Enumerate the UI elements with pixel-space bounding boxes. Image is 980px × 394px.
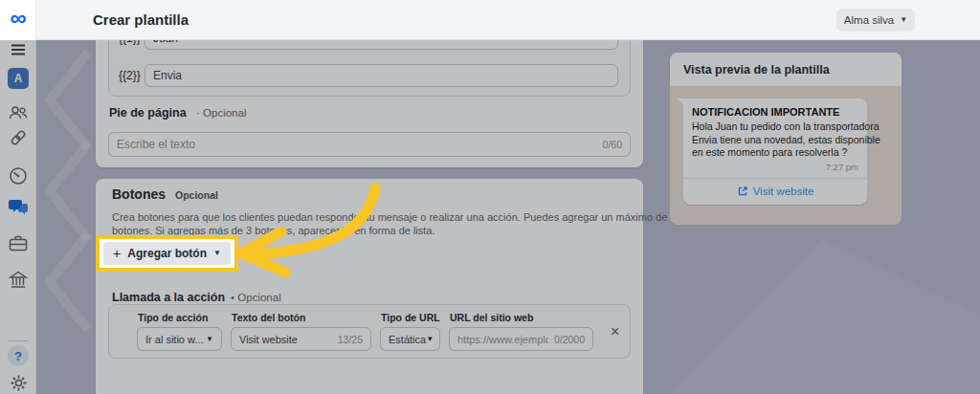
- top-header: Crear plantilla Alma silva ▼: [0, 0, 980, 40]
- crear-plantilla-page: {{1}} {{2}} Pie de página · Opcional 0/6…: [0, 0, 980, 394]
- dim-overlay-left: [0, 235, 96, 272]
- account-menu-button[interactable]: Alma silva ▼: [836, 9, 915, 32]
- dim-overlay-top: [0, 40, 980, 235]
- dim-overlay-right: [238, 235, 980, 272]
- add-button-dropdown[interactable]: + Agregar botón ▼: [103, 242, 231, 265]
- add-button-label: Agregar botón: [127, 247, 207, 260]
- tutorial-highlight-box: + Agregar botón ▼: [96, 235, 238, 272]
- dim-overlay-bottom: [0, 272, 980, 394]
- page-title: Crear plantilla: [93, 11, 189, 28]
- account-name: Alma silva: [844, 14, 894, 26]
- chevron-down-icon: ▼: [900, 16, 907, 24]
- chevron-down-icon: ▼: [213, 250, 221, 257]
- plus-icon: +: [113, 246, 121, 261]
- meta-logo[interactable]: ∞: [7, 7, 30, 30]
